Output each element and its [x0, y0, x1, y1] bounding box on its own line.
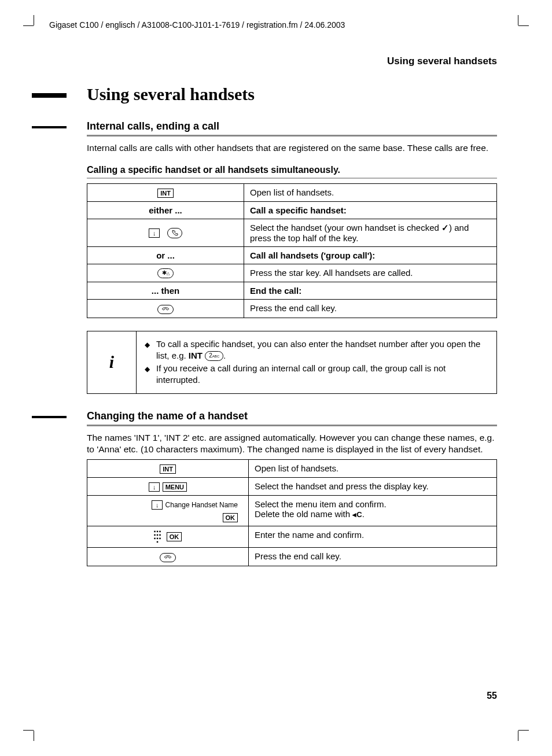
dialpad-icon: ▪▪▪▪▪▪▪▪▪ ▪: [154, 530, 162, 544]
body-text: Internal calls are calls with other hand…: [87, 142, 497, 154]
crop-mark: [34, 731, 34, 741]
note-item: To call a specific handset, you can also…: [154, 338, 490, 362]
divider: [87, 425, 497, 426]
page-title: Using several handsets: [87, 84, 497, 104]
ok-key-icon: OK: [223, 513, 238, 522]
running-head: Using several handsets: [55, 56, 497, 67]
crop-mark: [518, 15, 518, 25]
step-text: Enter the name and confirm.: [249, 526, 497, 548]
crop-mark: [518, 731, 518, 741]
step-text: Press the star key. All handsets are cal…: [244, 264, 497, 282]
menu-item-label: Change Handset Name: [165, 501, 238, 509]
divider: [87, 178, 497, 179]
down-key-icon: ↓: [152, 500, 163, 510]
table-row: INT Open list of handsets.: [87, 460, 497, 478]
step-label: ... then: [87, 282, 244, 300]
step-label: or ...: [87, 246, 244, 264]
crop-mark: [518, 730, 529, 731]
ok-key-icon: OK: [167, 532, 182, 541]
body-text: The names 'INT 1', 'INT 2' etc. are assi…: [87, 432, 497, 456]
int-key-icon: INT: [157, 189, 174, 198]
table-row: Press the end call key.: [87, 300, 497, 318]
section-heading: Changing the name of a handset: [87, 410, 497, 422]
table-row: ↓ MENU Select the handset and press the …: [87, 478, 497, 496]
step-text: Call a specific handset:: [244, 201, 497, 219]
table-row: ↓ Change Handset Name OK Select the menu…: [87, 496, 497, 526]
table-row: INT Open list of handsets.: [87, 183, 497, 201]
step-text: Select the handset (your own handset is …: [244, 219, 497, 246]
procedure-table: INT Open list of handsets. either ... Ca…: [87, 183, 497, 318]
talk-key-icon: [167, 228, 182, 238]
step-label: either ...: [87, 201, 244, 219]
step-text: Call all handsets ('group call'):: [244, 246, 497, 264]
down-key-icon: ↓: [149, 228, 160, 238]
table-row: ✱△ Press the star key. All handsets are …: [87, 264, 497, 282]
menu-key-icon: MENU: [163, 482, 187, 492]
note-item: If you receive a call during an internal…: [154, 363, 490, 386]
step-text: Press the end call key.: [249, 548, 497, 566]
two-key-icon: 2ABC: [205, 351, 223, 361]
page-number: 55: [487, 691, 497, 701]
subsection-heading: Calling a specific handset or all handse…: [87, 165, 497, 175]
check-icon: ✓: [441, 223, 449, 233]
section-bar: [32, 416, 67, 418]
star-key-icon: ✱△: [157, 268, 174, 278]
table-row: or ... Call all handsets ('group call'):: [87, 246, 497, 264]
step-text: End the call:: [244, 282, 497, 300]
table-row: ↓ Select the handset (your own handset i…: [87, 219, 497, 246]
step-text: Select the handset and press the display…: [249, 478, 497, 496]
step-text: Press the end call key.: [244, 300, 497, 318]
clear-key-icon: ◂C: [352, 510, 362, 519]
header-path: Gigaset C100 / englisch / A31008-C100-J1…: [49, 20, 497, 29]
section-heading: Internal calls, ending a call: [87, 120, 497, 132]
crop-mark: [23, 25, 34, 26]
step-text: Open list of handsets.: [249, 460, 497, 478]
end-call-key-icon: [157, 305, 174, 314]
table-row: ... then End the call:: [87, 282, 497, 300]
step-text: Open list of handsets.: [244, 183, 497, 201]
section-bar: [32, 126, 67, 128]
crop-mark: [518, 25, 529, 26]
title-bar: [32, 93, 67, 98]
divider: [87, 135, 497, 137]
down-key-icon: ↓: [149, 482, 160, 492]
table-row: either ... Call a specific handset:: [87, 201, 497, 219]
crop-mark: [34, 15, 34, 25]
info-icon: i: [87, 331, 137, 393]
end-call-key-icon: [160, 553, 176, 562]
note-box: i To call a specific handset, you can al…: [87, 331, 497, 394]
crop-mark: [23, 730, 34, 731]
step-text: Select the menu item and confirm. Delete…: [249, 496, 497, 526]
int-key-icon: INT: [160, 464, 176, 474]
table-row: Press the end call key.: [87, 548, 497, 566]
procedure-table: INT Open list of handsets. ↓ MENU Select…: [87, 459, 497, 566]
table-row: ▪▪▪▪▪▪▪▪▪ ▪ OK Enter the name and confir…: [87, 526, 497, 548]
